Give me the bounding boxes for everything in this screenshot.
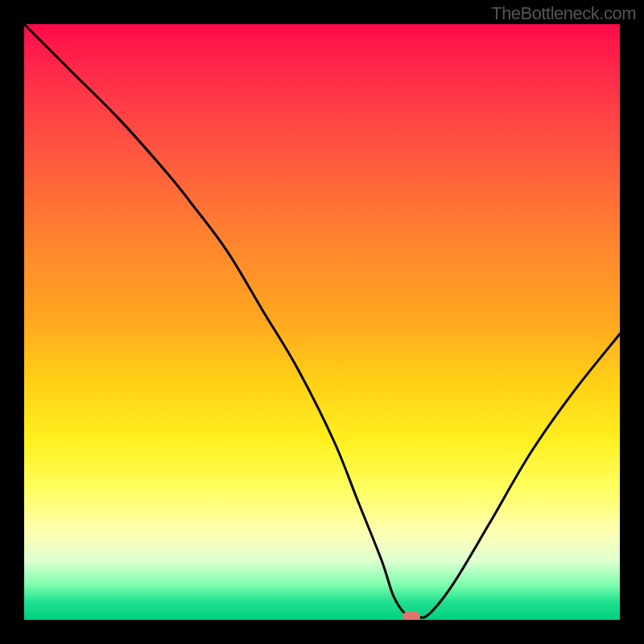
curve-path	[24, 24, 620, 617]
bottleneck-curve	[24, 24, 620, 620]
optimal-point-marker	[402, 612, 420, 620]
watermark-text: TheBottleneck.com	[491, 3, 636, 24]
plot-area	[24, 24, 620, 620]
